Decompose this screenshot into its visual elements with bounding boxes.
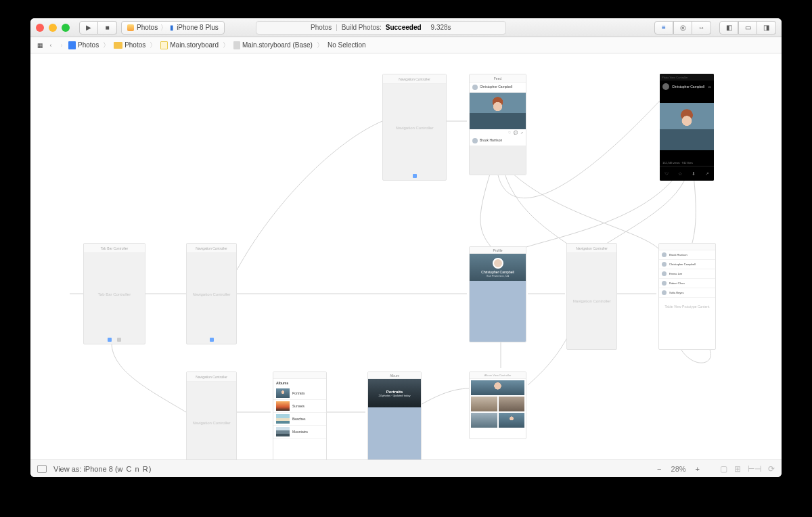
chevron-icon: 〉 bbox=[103, 41, 110, 50]
scene-album-detail[interactable]: Album Portraits 24 photos · Updated toda… bbox=[367, 372, 422, 459]
scene-album-grid[interactable]: Album View Controller bbox=[469, 372, 526, 439]
share-icon[interactable]: ↗ bbox=[705, 171, 709, 177]
thumbnail bbox=[276, 388, 290, 398]
tab-item-icon bbox=[117, 338, 121, 342]
chevron-icon: 〉 bbox=[223, 41, 229, 50]
scene-albums-list[interactable]: Albums Portraits Sunsets Beaches Mountai… bbox=[273, 372, 327, 459]
avatar-icon bbox=[662, 252, 667, 257]
tab-item-icon bbox=[413, 174, 417, 178]
close-icon[interactable]: × bbox=[708, 84, 711, 90]
device-icon: ▮ bbox=[170, 24, 174, 31]
feed-photo bbox=[470, 93, 526, 129]
resolve-icon[interactable]: ⟳ bbox=[768, 464, 775, 474]
scene-title: Navigation Controller bbox=[567, 244, 616, 253]
like-icon[interactable]: ♡ bbox=[508, 131, 511, 135]
scene-nav-controller-top[interactable]: Navigation Controller Navigation Control… bbox=[382, 74, 447, 181]
status-time: 9.328s bbox=[431, 24, 451, 31]
view-as-label[interactable]: View as: iPhone 8 (w C n R) bbox=[53, 465, 152, 473]
scene-profile[interactable]: Profile Christopher Campbell San Francis… bbox=[469, 246, 526, 342]
zoom-window-button[interactable] bbox=[62, 24, 70, 32]
assistant-editor-button[interactable]: ◎ bbox=[673, 21, 692, 35]
scene-body: Navigation Controller bbox=[187, 253, 236, 336]
jump-bar[interactable]: ▦ ‹ › Photos 〉 Photos 〉 Main.storyboard … bbox=[30, 37, 782, 53]
status-result: Succeeded bbox=[386, 24, 422, 31]
profile-body bbox=[470, 281, 526, 342]
thumbnail bbox=[276, 414, 290, 424]
share-icon[interactable]: ↗ bbox=[520, 131, 523, 135]
comment-icon[interactable]: 💬 bbox=[514, 131, 518, 135]
feed-photo-placeholder bbox=[470, 146, 526, 175]
canvas-tool-icons: ▢ ⊞ ⊢⊣ ⟳ bbox=[720, 464, 775, 474]
scene-title: Feed bbox=[470, 74, 526, 83]
scene-title: Navigation Controller bbox=[187, 244, 236, 253]
list-item[interactable]: Emma Lee bbox=[659, 269, 715, 279]
grid-cell[interactable] bbox=[499, 413, 525, 428]
window-controls bbox=[36, 24, 70, 32]
align-icon[interactable]: ⊞ bbox=[734, 464, 741, 474]
canvas-bottom-bar: View as: iPhone 8 (w C n R) − 28% + ▢ ⊞ … bbox=[30, 459, 782, 477]
folder-icon bbox=[114, 42, 122, 49]
scene-title: Photo View Controller bbox=[660, 74, 714, 81]
forward-button[interactable]: › bbox=[58, 41, 66, 49]
star-icon[interactable]: ☆ bbox=[678, 171, 682, 177]
like-icon[interactable]: ♡ bbox=[664, 171, 669, 177]
back-button[interactable]: ‹ bbox=[47, 41, 55, 49]
toggle-navigator-button[interactable]: ◧ bbox=[719, 21, 738, 35]
grid-cell[interactable] bbox=[471, 380, 524, 395]
grid-cell[interactable] bbox=[499, 397, 525, 411]
scene-tabbar-controller[interactable]: Tab Bar Controller Tab Bar Controller bbox=[83, 243, 145, 344]
scene-nav-controller-mid[interactable]: Navigation Controller Navigation Control… bbox=[186, 243, 237, 344]
viewer-header: Christopher Campbell × bbox=[660, 81, 714, 93]
scene-nav-controller-bottom[interactable]: Navigation Controller Navigation Control… bbox=[186, 372, 237, 459]
jump-seg-group[interactable]: Photos bbox=[114, 41, 145, 49]
run-button[interactable]: ▶ bbox=[79, 21, 98, 35]
zoom-in-button[interactable]: + bbox=[696, 465, 700, 473]
album-body bbox=[368, 407, 421, 459]
section-header: Albums bbox=[273, 379, 326, 387]
jump-seg-storyboard[interactable]: Main.storyboard bbox=[160, 41, 219, 49]
standard-editor-button[interactable]: ≡ bbox=[654, 21, 673, 35]
grid-cell[interactable] bbox=[471, 397, 497, 411]
scene-likes[interactable]: Brook Harrison Christopher Campbell Emma… bbox=[658, 243, 716, 350]
table-row[interactable]: Sunsets bbox=[273, 400, 326, 413]
scene-feed[interactable]: Feed Christopher Campbell ♡ 💬 ↗ Brook Ha… bbox=[469, 74, 526, 175]
related-items-icon[interactable]: ▦ bbox=[36, 41, 44, 49]
jump-seg-project[interactable]: Photos bbox=[68, 41, 99, 49]
download-icon[interactable]: ⬇ bbox=[692, 171, 696, 177]
xcode-window: ▶ ■ Photos 〉 ▮ iPhone 8 Plus Photos | Bu… bbox=[30, 18, 782, 477]
device-config-icon[interactable] bbox=[37, 465, 47, 473]
version-editor-button[interactable]: ↔ bbox=[692, 21, 711, 35]
table-row[interactable]: Mountains bbox=[273, 426, 326, 439]
list-item[interactable]: Sofia Reyes bbox=[659, 288, 715, 298]
embed-in-icon[interactable]: ▢ bbox=[720, 464, 727, 474]
jump-seg-selection[interactable]: No Selection bbox=[328, 41, 366, 49]
list-item[interactable]: Christopher Campbell bbox=[659, 260, 715, 269]
stop-button[interactable]: ■ bbox=[98, 21, 117, 35]
activity-status[interactable]: Photos | Build Photos: Succeeded 9.328s bbox=[256, 21, 506, 35]
jump-seg-base[interactable]: Main.storyboard (Base) bbox=[233, 41, 313, 49]
scene-nav-controller-right[interactable]: Navigation Controller Navigation Control… bbox=[566, 243, 617, 350]
scene-body: Tab Bar Controller bbox=[84, 253, 145, 336]
minimize-window-button[interactable] bbox=[49, 24, 57, 32]
toggle-debug-button[interactable]: ▭ bbox=[738, 21, 757, 35]
scene-photo-viewer[interactable]: Photo View Controller Christopher Campbe… bbox=[660, 74, 714, 181]
scheme-chevron-icon: 〉 bbox=[160, 23, 167, 32]
scene-title: Profile bbox=[470, 247, 526, 254]
zoom-out-button[interactable]: − bbox=[657, 465, 661, 473]
scene-title bbox=[273, 372, 326, 379]
table-row[interactable]: Beaches bbox=[273, 413, 326, 426]
storyboard-canvas[interactable]: Tab Bar Controller Tab Bar Controller Na… bbox=[30, 53, 782, 459]
list-item[interactable]: Robert Chan bbox=[659, 279, 715, 288]
close-window-button[interactable] bbox=[36, 24, 44, 32]
table-row[interactable]: Portraits bbox=[273, 387, 326, 400]
pin-icon[interactable]: ⊢⊣ bbox=[748, 464, 761, 474]
scheme-selector[interactable]: Photos 〉 ▮ iPhone 8 Plus bbox=[121, 21, 225, 35]
titlebar: ▶ ■ Photos 〉 ▮ iPhone 8 Plus Photos | Bu… bbox=[30, 18, 782, 37]
run-stop-group: ▶ ■ bbox=[79, 21, 117, 35]
thumbnail bbox=[276, 401, 290, 411]
list-item[interactable]: Brook Harrison bbox=[659, 250, 715, 260]
toggle-inspector-button[interactable]: ◨ bbox=[757, 21, 776, 35]
table-footer: Table View Prototype Content bbox=[659, 305, 715, 309]
tab-item-icon bbox=[108, 338, 112, 342]
grid-cell[interactable] bbox=[471, 413, 497, 428]
